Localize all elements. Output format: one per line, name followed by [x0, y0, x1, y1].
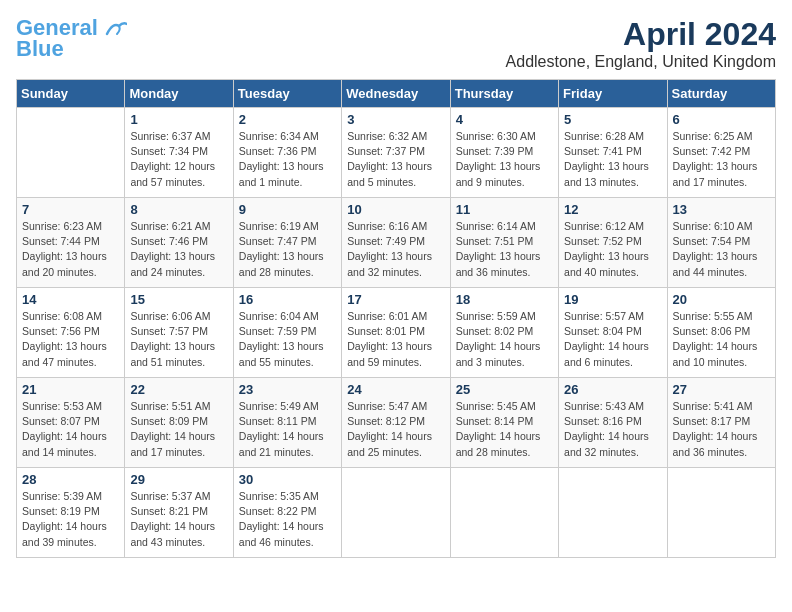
cell-content: Sunrise: 6:32 AM Sunset: 7:37 PM Dayligh…	[347, 129, 444, 190]
location-text: Addlestone, England, United Kingdom	[506, 53, 776, 71]
day-number: 6	[673, 112, 770, 127]
calendar-cell	[342, 468, 450, 558]
cell-content: Sunrise: 5:41 AM Sunset: 8:17 PM Dayligh…	[673, 399, 770, 460]
page-header: General Blue April 2024 Addlestone, Engl…	[16, 16, 776, 71]
day-number: 8	[130, 202, 227, 217]
calendar-cell: 8Sunrise: 6:21 AM Sunset: 7:46 PM Daylig…	[125, 198, 233, 288]
calendar-cell: 15Sunrise: 6:06 AM Sunset: 7:57 PM Dayli…	[125, 288, 233, 378]
day-number: 17	[347, 292, 444, 307]
day-number: 28	[22, 472, 119, 487]
day-number: 9	[239, 202, 336, 217]
logo-blue: Blue	[16, 36, 64, 62]
calendar-cell: 13Sunrise: 6:10 AM Sunset: 7:54 PM Dayli…	[667, 198, 775, 288]
calendar-cell: 24Sunrise: 5:47 AM Sunset: 8:12 PM Dayli…	[342, 378, 450, 468]
weekday-header: Saturday	[667, 80, 775, 108]
calendar-cell: 16Sunrise: 6:04 AM Sunset: 7:59 PM Dayli…	[233, 288, 341, 378]
cell-content: Sunrise: 6:10 AM Sunset: 7:54 PM Dayligh…	[673, 219, 770, 280]
cell-content: Sunrise: 5:57 AM Sunset: 8:04 PM Dayligh…	[564, 309, 661, 370]
cell-content: Sunrise: 5:51 AM Sunset: 8:09 PM Dayligh…	[130, 399, 227, 460]
cell-content: Sunrise: 6:21 AM Sunset: 7:46 PM Dayligh…	[130, 219, 227, 280]
cell-content: Sunrise: 6:06 AM Sunset: 7:57 PM Dayligh…	[130, 309, 227, 370]
month-title: April 2024	[506, 16, 776, 53]
day-number: 29	[130, 472, 227, 487]
day-number: 12	[564, 202, 661, 217]
cell-content: Sunrise: 5:47 AM Sunset: 8:12 PM Dayligh…	[347, 399, 444, 460]
calendar-cell: 23Sunrise: 5:49 AM Sunset: 8:11 PM Dayli…	[233, 378, 341, 468]
calendar-cell: 7Sunrise: 6:23 AM Sunset: 7:44 PM Daylig…	[17, 198, 125, 288]
cell-content: Sunrise: 6:01 AM Sunset: 8:01 PM Dayligh…	[347, 309, 444, 370]
day-number: 14	[22, 292, 119, 307]
day-number: 21	[22, 382, 119, 397]
logo: General Blue	[16, 16, 128, 62]
cell-content: Sunrise: 5:35 AM Sunset: 8:22 PM Dayligh…	[239, 489, 336, 550]
day-number: 23	[239, 382, 336, 397]
cell-content: Sunrise: 6:04 AM Sunset: 7:59 PM Dayligh…	[239, 309, 336, 370]
day-number: 11	[456, 202, 553, 217]
cell-content: Sunrise: 6:25 AM Sunset: 7:42 PM Dayligh…	[673, 129, 770, 190]
calendar-cell: 28Sunrise: 5:39 AM Sunset: 8:19 PM Dayli…	[17, 468, 125, 558]
calendar-cell	[450, 468, 558, 558]
weekday-header: Sunday	[17, 80, 125, 108]
calendar-cell: 27Sunrise: 5:41 AM Sunset: 8:17 PM Dayli…	[667, 378, 775, 468]
calendar-cell: 18Sunrise: 5:59 AM Sunset: 8:02 PM Dayli…	[450, 288, 558, 378]
calendar-cell: 3Sunrise: 6:32 AM Sunset: 7:37 PM Daylig…	[342, 108, 450, 198]
calendar-cell: 26Sunrise: 5:43 AM Sunset: 8:16 PM Dayli…	[559, 378, 667, 468]
calendar-cell: 10Sunrise: 6:16 AM Sunset: 7:49 PM Dayli…	[342, 198, 450, 288]
calendar-week-row: 21Sunrise: 5:53 AM Sunset: 8:07 PM Dayli…	[17, 378, 776, 468]
calendar-cell: 12Sunrise: 6:12 AM Sunset: 7:52 PM Dayli…	[559, 198, 667, 288]
cell-content: Sunrise: 6:08 AM Sunset: 7:56 PM Dayligh…	[22, 309, 119, 370]
day-number: 3	[347, 112, 444, 127]
cell-content: Sunrise: 6:23 AM Sunset: 7:44 PM Dayligh…	[22, 219, 119, 280]
day-number: 2	[239, 112, 336, 127]
day-number: 30	[239, 472, 336, 487]
calendar-cell: 4Sunrise: 6:30 AM Sunset: 7:39 PM Daylig…	[450, 108, 558, 198]
calendar-cell: 9Sunrise: 6:19 AM Sunset: 7:47 PM Daylig…	[233, 198, 341, 288]
cell-content: Sunrise: 6:14 AM Sunset: 7:51 PM Dayligh…	[456, 219, 553, 280]
day-number: 20	[673, 292, 770, 307]
calendar-cell: 17Sunrise: 6:01 AM Sunset: 8:01 PM Dayli…	[342, 288, 450, 378]
cell-content: Sunrise: 6:28 AM Sunset: 7:41 PM Dayligh…	[564, 129, 661, 190]
calendar-week-row: 7Sunrise: 6:23 AM Sunset: 7:44 PM Daylig…	[17, 198, 776, 288]
header-row: SundayMondayTuesdayWednesdayThursdayFrid…	[17, 80, 776, 108]
cell-content: Sunrise: 5:53 AM Sunset: 8:07 PM Dayligh…	[22, 399, 119, 460]
calendar-cell	[667, 468, 775, 558]
calendar-cell: 14Sunrise: 6:08 AM Sunset: 7:56 PM Dayli…	[17, 288, 125, 378]
calendar-cell: 5Sunrise: 6:28 AM Sunset: 7:41 PM Daylig…	[559, 108, 667, 198]
cell-content: Sunrise: 6:19 AM Sunset: 7:47 PM Dayligh…	[239, 219, 336, 280]
calendar-week-row: 14Sunrise: 6:08 AM Sunset: 7:56 PM Dayli…	[17, 288, 776, 378]
calendar-week-row: 28Sunrise: 5:39 AM Sunset: 8:19 PM Dayli…	[17, 468, 776, 558]
day-number: 10	[347, 202, 444, 217]
calendar-cell	[559, 468, 667, 558]
cell-content: Sunrise: 6:34 AM Sunset: 7:36 PM Dayligh…	[239, 129, 336, 190]
calendar-week-row: 1Sunrise: 6:37 AM Sunset: 7:34 PM Daylig…	[17, 108, 776, 198]
day-number: 16	[239, 292, 336, 307]
cell-content: Sunrise: 6:16 AM Sunset: 7:49 PM Dayligh…	[347, 219, 444, 280]
day-number: 18	[456, 292, 553, 307]
day-number: 27	[673, 382, 770, 397]
calendar-cell: 29Sunrise: 5:37 AM Sunset: 8:21 PM Dayli…	[125, 468, 233, 558]
day-number: 1	[130, 112, 227, 127]
cell-content: Sunrise: 5:43 AM Sunset: 8:16 PM Dayligh…	[564, 399, 661, 460]
cell-content: Sunrise: 5:39 AM Sunset: 8:19 PM Dayligh…	[22, 489, 119, 550]
weekday-header: Tuesday	[233, 80, 341, 108]
calendar-cell: 30Sunrise: 5:35 AM Sunset: 8:22 PM Dayli…	[233, 468, 341, 558]
calendar-cell: 25Sunrise: 5:45 AM Sunset: 8:14 PM Dayli…	[450, 378, 558, 468]
calendar-cell: 6Sunrise: 6:25 AM Sunset: 7:42 PM Daylig…	[667, 108, 775, 198]
calendar-cell: 11Sunrise: 6:14 AM Sunset: 7:51 PM Dayli…	[450, 198, 558, 288]
cell-content: Sunrise: 6:37 AM Sunset: 7:34 PM Dayligh…	[130, 129, 227, 190]
weekday-header: Friday	[559, 80, 667, 108]
cell-content: Sunrise: 6:30 AM Sunset: 7:39 PM Dayligh…	[456, 129, 553, 190]
calendar-cell	[17, 108, 125, 198]
calendar-table: SundayMondayTuesdayWednesdayThursdayFrid…	[16, 79, 776, 558]
day-number: 22	[130, 382, 227, 397]
logo-bird-icon	[105, 20, 127, 38]
calendar-cell: 19Sunrise: 5:57 AM Sunset: 8:04 PM Dayli…	[559, 288, 667, 378]
calendar-cell: 2Sunrise: 6:34 AM Sunset: 7:36 PM Daylig…	[233, 108, 341, 198]
day-number: 19	[564, 292, 661, 307]
cell-content: Sunrise: 5:37 AM Sunset: 8:21 PM Dayligh…	[130, 489, 227, 550]
weekday-header: Thursday	[450, 80, 558, 108]
day-number: 15	[130, 292, 227, 307]
day-number: 25	[456, 382, 553, 397]
weekday-header: Wednesday	[342, 80, 450, 108]
calendar-cell: 20Sunrise: 5:55 AM Sunset: 8:06 PM Dayli…	[667, 288, 775, 378]
